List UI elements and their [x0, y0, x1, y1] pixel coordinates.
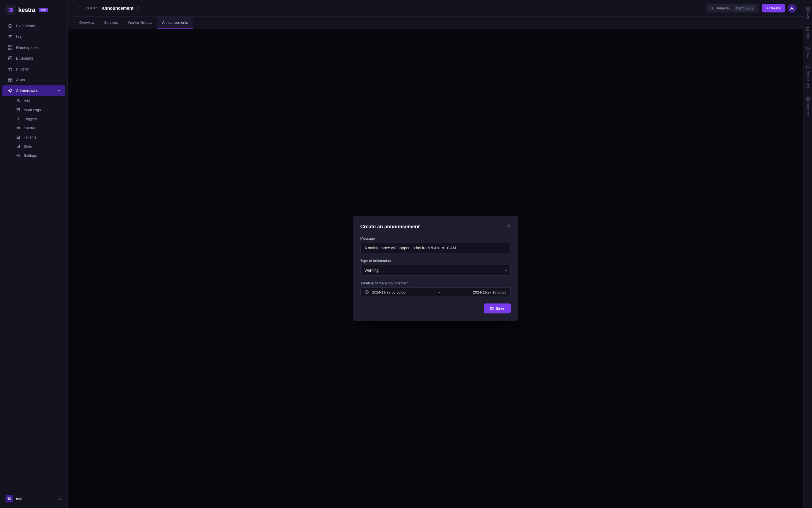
right-panel-open-issue[interactable]: Open an issue	[803, 62, 812, 92]
nav-label-namespaces: Namespaces	[16, 45, 39, 50]
modal-close-button[interactable]: ✕	[505, 222, 513, 229]
breadcrumb-separator: /	[99, 6, 100, 10]
svg-rect-8	[11, 46, 12, 47]
jump-to-button[interactable]: Jump to... Ctrl/Cmd + K	[707, 4, 759, 12]
sidebar-item-cluster[interactable]: Cluster	[2, 124, 65, 132]
svg-point-24	[18, 155, 19, 156]
admin-icon	[8, 88, 13, 93]
sub-nav: IAM Audit Logs Triggers	[0, 96, 67, 160]
user-icon	[790, 6, 794, 10]
svg-rect-4	[9, 35, 12, 36]
user-menu-button[interactable]	[788, 4, 797, 13]
type-select[interactable]: Warning Info Error Success	[361, 265, 511, 276]
issue-icon	[806, 65, 810, 70]
svg-rect-9	[8, 48, 10, 49]
type-select-wrapper: Warning Info Error Success ▾	[361, 265, 511, 276]
svg-rect-23	[19, 145, 20, 147]
right-panel-news[interactable]: News	[803, 3, 812, 23]
apps-icon	[8, 77, 13, 82]
get-demo-label: Get a demo	[806, 102, 809, 116]
settings-icon	[16, 153, 20, 158]
tab-services[interactable]: Services	[99, 16, 123, 29]
header-create-label: + Create	[766, 6, 780, 10]
save-label: Save	[495, 306, 505, 311]
blueprints-icon	[8, 56, 13, 61]
breadcrumb-current: announcement	[102, 6, 134, 11]
timeline-start-datetime[interactable]: 2024-11-27 08:00:00	[372, 290, 436, 294]
triggers-icon	[16, 117, 20, 121]
tab-worker-groups[interactable]: Worker Groups	[123, 16, 157, 29]
logo-area: kestra dev	[0, 0, 67, 18]
nav-label-executions: Executions	[16, 24, 35, 28]
sidebar-item-iam[interactable]: IAM	[2, 96, 65, 105]
right-panel: News Docs Help Open an issue Get a demo	[803, 0, 812, 508]
sidebar-item-tenants[interactable]: Tenants	[2, 133, 65, 141]
svg-rect-7	[8, 46, 10, 47]
svg-point-16	[9, 90, 11, 91]
type-form-group: Type of information Warning Info Error S…	[361, 259, 511, 276]
modal-overlay: Create an announcement ✕ Message Type of…	[68, 29, 803, 508]
env-badge: dev	[39, 8, 48, 12]
logs-icon	[8, 34, 13, 39]
sub-nav-label-settings: Settings	[24, 154, 37, 158]
sub-nav-label-audit: Audit Logs	[24, 108, 41, 112]
sidebar-item-settings[interactable]: Settings	[2, 151, 65, 160]
sidebar-nav: Executions Logs Namespace	[0, 18, 67, 489]
save-button[interactable]: Save	[484, 303, 511, 313]
svg-point-26	[791, 7, 793, 9]
right-panel-help[interactable]: Help	[803, 43, 812, 61]
user-area[interactable]: TE test ⇄	[2, 493, 65, 505]
svg-point-33	[808, 49, 808, 50]
main-area: ‹ Cluster / announcement ☆ Jump to... Ct…	[68, 0, 803, 508]
timeline-separator: -	[439, 290, 440, 294]
sidebar-item-administration[interactable]: Administration ▾	[2, 85, 65, 96]
sidebar-item-logs[interactable]: Logs	[2, 32, 65, 42]
nav-label-administration: Administration	[16, 88, 41, 93]
timeline-label: Timeline of the announcement	[361, 281, 511, 285]
svg-rect-6	[9, 38, 11, 38]
svg-rect-12	[8, 80, 10, 82]
jump-to-label: Jump to...	[716, 6, 732, 10]
header-create-button[interactable]: + Create	[762, 4, 785, 12]
open-issue-label: Open an issue	[806, 71, 809, 89]
sidebar-item-blueprints[interactable]: Blueprints	[2, 53, 65, 64]
sidebar-item-executions[interactable]: Executions	[2, 21, 65, 31]
executions-icon	[8, 24, 13, 29]
right-panel-get-demo[interactable]: Get a demo	[803, 93, 812, 120]
sidebar-item-plugins[interactable]: Plugins	[2, 64, 65, 74]
user-avatar: TE	[5, 495, 13, 503]
sidebar-item-apps[interactable]: Apps	[2, 75, 65, 85]
nav-label-blueprints: Blueprints	[16, 56, 33, 60]
sidebar-item-stats[interactable]: Stats	[2, 142, 65, 151]
content-area: No announcement Announcements allow you …	[68, 29, 803, 508]
cluster-icon	[16, 126, 20, 130]
svg-rect-10	[11, 48, 12, 49]
svg-point-35	[808, 68, 808, 68]
sidebar-item-triggers[interactable]: Triggers	[2, 115, 65, 123]
message-form-group: Message	[361, 236, 511, 253]
docs-icon	[806, 27, 810, 31]
tab-announcements[interactable]: Announcements	[157, 16, 193, 29]
sub-nav-label-tenants: Tenants	[24, 135, 37, 139]
right-panel-docs[interactable]: Docs	[803, 24, 812, 42]
collapse-sidebar-button[interactable]: ‹	[74, 4, 82, 12]
breadcrumb-parent: Cluster	[85, 6, 97, 10]
tenants-icon	[16, 135, 20, 139]
keyboard-shortcut: Ctrl/Cmd + K	[734, 6, 755, 10]
svg-rect-30	[491, 309, 492, 309]
timeline-end-datetime[interactable]: 2024-11-27 10:00:00	[443, 290, 507, 294]
chevron-down-icon: ▾	[58, 89, 60, 92]
tab-overview[interactable]: Overview	[74, 16, 99, 29]
sidebar: kestra dev Executions Logs	[0, 0, 68, 508]
sub-nav-label-stats: Stats	[24, 144, 32, 149]
svg-rect-21	[17, 146, 18, 147]
sidebar-item-namespaces[interactable]: Namespaces	[2, 42, 65, 53]
sidebar-item-audit-logs[interactable]: Audit Logs	[2, 105, 65, 114]
header-actions: Jump to... Ctrl/Cmd + K + Create	[707, 4, 797, 13]
timeline-form-group: Timeline of the announcement 2024-11-27 …	[361, 281, 511, 297]
app-name: kestra	[18, 6, 35, 13]
help-icon	[806, 46, 810, 51]
favorite-button[interactable]: ☆	[136, 5, 141, 12]
message-input[interactable]	[361, 243, 511, 253]
news-label: News	[806, 12, 809, 19]
